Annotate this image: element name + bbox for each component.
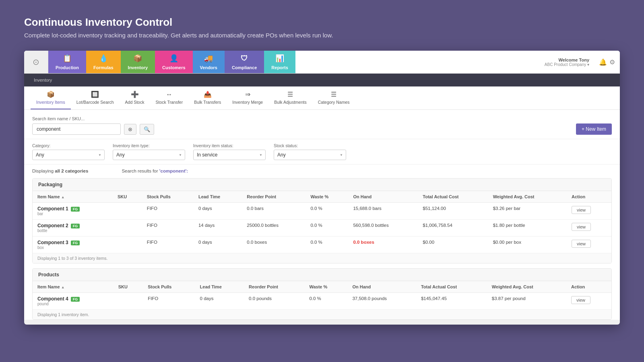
item-status-select[interactable]: In service Any [193,150,266,160]
item-total-cost: $51,124.00 [418,203,488,220]
gear-icon[interactable]: ⚙ [609,58,615,66]
nav-item-reports[interactable]: 📊Reports [264,51,295,73]
item-sku [113,220,142,237]
search-label: Search item name / SKU... [32,116,612,121]
item-stock-pulls: FIFO [142,237,194,253]
item-sub: bar [37,212,108,216]
nav-item-customers[interactable]: 👤Customers [155,51,192,73]
subtoolbar-item-lot-barcode-search[interactable]: 🔲Lot/Barcode Search [71,86,120,109]
nav-user: Welcome Tony ABC Product Company ▾ [540,51,594,73]
view-button[interactable]: view [571,296,590,304]
table-row: Component 1FGbarFIFO0 days0.0 bars0.0 %1… [33,203,611,220]
inventory-items-icon: 📦 [47,90,55,98]
lot-barcode-search-icon: 🔲 [91,90,99,98]
item-lead-time: 0 days [194,237,242,253]
inventory-toolbar: Inventory [24,74,620,86]
fg-badge: FG [71,241,80,245]
nav-welcome: Welcome Tony [545,58,589,62]
table-row: Component 3FGboxFIFO0 days0.0 boxes0.0 %… [33,237,611,253]
results-summary: Displaying all 2 categories [32,169,88,173]
item-total-cost: $0.00 [418,237,488,253]
data-table-1: Item Name ▲SKUStock PullsLead TimeReorde… [33,281,611,309]
new-item-button[interactable]: + New Item [576,123,612,135]
view-button[interactable]: view [572,206,591,214]
stock-status-select[interactable]: Any [274,150,346,160]
item-total-cost: $1,006,758.54 [418,220,488,237]
subtoolbar-item-add-stock[interactable]: ➕Add Stock [120,86,150,109]
item-weighted-avg: $0.00 per box [488,237,567,253]
main-content: 📦Inventory Items🔲Lot/Barcode Search➕Add … [24,86,620,320]
view-button[interactable]: view [572,240,591,248]
item-action: view [567,220,611,237]
nav-item-formulas[interactable]: 💧Formulas [86,51,121,73]
page-subtitle: Complete lot-coded inventory tracking an… [24,32,620,39]
bulk-adjustments-icon: ☰ [287,90,293,98]
sub-toolbar: 📦Inventory Items🔲Lot/Barcode Search➕Add … [24,86,620,110]
toolbar-label: Inventory [31,76,55,84]
col-header-lead-time: Lead Time [194,191,242,203]
col-header-item-name: Item Name ▲ [33,191,113,203]
view-button[interactable]: view [572,223,591,231]
item-sku [113,237,142,253]
add-stock-icon: ➕ [131,90,139,98]
item-on-hand: 560,598.0 bottles [348,220,418,237]
item-sub: bottle [37,228,108,233]
search-input[interactable] [32,123,121,135]
col-header-total-actual-cost: Total Actual Cost [418,191,488,203]
filter-row: Category: Any Inventory item type: Any I… [24,139,620,165]
results-info: Displaying all 2 categories Search resul… [24,165,620,175]
stock-status-filter-label: Stock status: [274,143,346,148]
nav-item-vendors[interactable]: 🚚Vendors [193,51,225,73]
subtoolbar-item-bulk-adjustments[interactable]: ☰Bulk Adjustments [268,86,312,109]
item-name: Component 1FG [37,206,108,212]
bell-icon[interactable]: 🔔 [599,58,607,66]
fg-badge: FG [71,224,80,228]
subtoolbar-item-stock-transfer[interactable]: ↔Stock Transfer [150,86,188,109]
item-reorder-point: 0.0 pounds [244,293,304,310]
item-waste-pct: 0.0 % [305,237,348,253]
page-header: Continuous Inventory Control Complete lo… [24,16,620,39]
col-header-stock-pulls: Stock Pulls [142,191,194,203]
subtoolbar-item-category-names[interactable]: ☰Category Names [312,86,355,109]
subtoolbar-item-inventory-items[interactable]: 📦Inventory Items [31,86,71,109]
vendors-icon: 🚚 [204,54,213,63]
col-header-on-hand: On Hand [348,191,418,203]
page-title: Continuous Inventory Control [24,16,620,29]
search-button[interactable]: 🔍 [140,124,154,135]
stock-status-filter-group: Stock status: Any [274,143,346,160]
col-header-weighted-avg.-cost: Weighted Avg. Cost [487,281,566,293]
nav-item-inventory[interactable]: 📦Inventory [121,51,155,73]
item-status-filter-group: Inventory item status: In service Any [193,143,266,160]
nav-item-compliance[interactable]: 🛡Compliance [225,51,264,73]
subtoolbar-item-inventory-merge[interactable]: ⇒Inventory Merge [227,86,268,109]
nav-item-production[interactable]: 📋Production [48,51,86,73]
data-table-0: Item Name ▲SKUStock PullsLead TimeReorde… [33,191,611,253]
col-header-action: Action [566,281,611,293]
nav-items: 📋Production💧Formulas📦Inventory👤Customers… [48,51,540,73]
formulas-icon: 💧 [99,54,108,63]
inventory-merge-icon: ⇒ [245,90,250,98]
col-header-on-hand: On Hand [347,281,416,293]
category-select[interactable]: Any [32,150,105,160]
top-nav: ⊙ 📋Production💧Formulas📦Inventory👤Custome… [24,51,620,74]
item-total-cost: $145,047.45 [416,293,487,310]
item-waste-pct: 0.0 % [305,220,348,237]
nav-logo: ⊙ [24,51,48,73]
fg-badge: FG [71,207,80,212]
search-results-label: Search results for 'component': [122,169,188,173]
category-header-0: Packaging [33,179,611,191]
item-weighted-avg: $3.26 per bar [488,203,567,220]
item-sku [114,293,143,310]
col-header-waste-%: Waste % [304,281,347,293]
item-name: Component 4FG [37,296,109,302]
subtoolbar-item-bulk-transfers[interactable]: 📤Bulk Transfers [188,86,227,109]
category-select-wrapper: Any [32,150,105,160]
clear-search-button[interactable]: ⊗ [124,124,136,135]
col-header-stock-pulls: Stock Pulls [143,281,195,293]
category-names-icon: ☰ [331,90,336,98]
item-type-select[interactable]: Any [113,150,185,160]
col-header-waste-%: Waste % [305,191,348,203]
category-filter-label: Category: [32,143,105,148]
nav-tools: 🔔 ⚙ [594,51,620,73]
item-lead-time: 0 days [195,293,244,310]
